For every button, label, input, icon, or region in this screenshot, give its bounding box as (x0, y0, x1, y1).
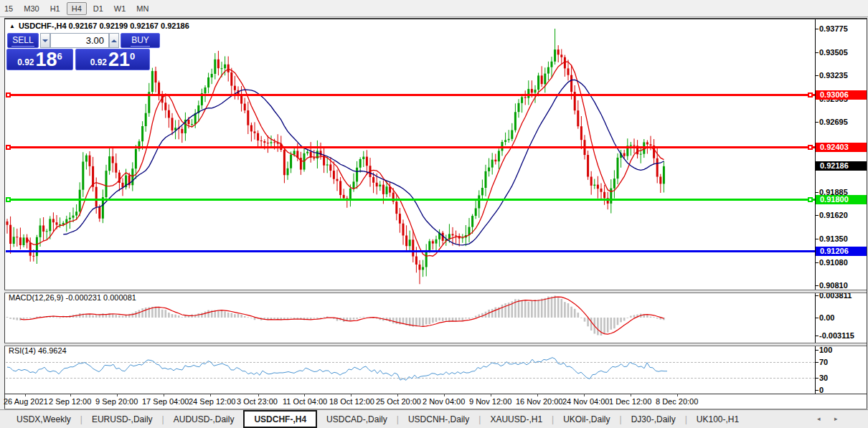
arrow-up-icon (111, 39, 117, 42)
chart-tab-usdcnhdaily[interactable]: USDCNH-,Daily (399, 410, 478, 428)
time-axis-tick (491, 394, 491, 396)
price-tick-mark (815, 29, 819, 29)
window-border-right (867, 18, 867, 409)
volume-input[interactable]: 3.00 (50, 33, 109, 48)
volume-increase-button[interactable] (109, 33, 119, 48)
buy-price-button[interactable]: 0.92210 (75, 49, 150, 70)
chart-tab-eurusddaily[interactable]: EURUSD-,Daily (82, 410, 162, 428)
price-tick-mark (815, 192, 819, 193)
chart-tab-usdxweekly[interactable]: USDX,Weekly (7, 410, 80, 428)
time-axis-label: 1 Dec 12:00 (609, 397, 651, 406)
rsi-scale-label: 70 (819, 358, 828, 366)
level-marker-left[interactable] (6, 145, 11, 150)
macd-panel-splitter[interactable] (4, 290, 867, 293)
time-axis-label: 11 Oct 04:00 (283, 397, 327, 406)
tab-scroll-left-icon[interactable]: ◂ (817, 415, 821, 422)
timeframe-button-w1[interactable]: W1 (110, 3, 131, 14)
level-price-label: 0.91800 (816, 195, 867, 204)
level-marker-left[interactable] (6, 197, 11, 202)
chart-tab-dj30daily[interactable]: DJ30-,Daily (622, 410, 685, 428)
price-tick-mark (815, 285, 819, 286)
rsi-scale-label: 30 (819, 374, 828, 382)
price-tick-label: 0.93505 (819, 48, 848, 57)
price-tick-label: 0.93235 (819, 71, 848, 80)
price-tick-label: 0.90810 (819, 281, 848, 290)
price-tick-label: 0.93775 (819, 24, 848, 33)
level-marker-right[interactable] (808, 92, 813, 98)
macd-scale-label: 0.00 (819, 313, 834, 322)
macd-tick-mark (815, 295, 819, 296)
rsi-scale-label: 0 (819, 386, 824, 394)
timeframe-button-m30[interactable]: M30 (19, 3, 43, 14)
toolbar-separator (0, 16, 868, 17)
rsi-label: RSI(14) 46.9624 (9, 346, 67, 355)
level-line-0.92403[interactable] (6, 146, 815, 148)
level-line-0.91800[interactable] (6, 199, 815, 201)
time-axis-line[interactable] (4, 394, 867, 394)
time-axis-label: 9 Sep 20:00 (95, 397, 138, 406)
time-axis-tick (584, 394, 585, 396)
chart-tab-usdchfh4[interactable]: USDCHF-,H4 (243, 410, 317, 428)
level-marker-right[interactable] (808, 197, 813, 202)
timeframe-button-d1[interactable]: D1 (89, 3, 108, 14)
level-line-0.91206[interactable] (6, 250, 815, 252)
level-price-label: 0.93006 (816, 90, 867, 100)
sell-button[interactable]: SELL (7, 33, 39, 48)
buy-price-main: 21 (108, 49, 130, 70)
macd-label: MACD(12,26,9) -0.000231 0.000081 (9, 293, 136, 302)
level-line-0.93006[interactable] (6, 94, 815, 96)
sell-price-button[interactable]: 0.92186 (6, 49, 73, 70)
time-axis-tick (258, 394, 259, 396)
timeframe-button-15[interactable]: 15 (0, 3, 17, 14)
time-axis-label: 24 Nov 04:00 (562, 397, 609, 406)
time-axis-tick (164, 394, 164, 396)
time-axis-label: 9 Nov 12:00 (469, 397, 511, 406)
chart-title: ▲USDCHF-,H4 0.92167 0.92199 0.92167 0.92… (9, 22, 189, 30)
time-axis-label: 3 Oct 23:00 (237, 397, 278, 406)
time-axis-tick (117, 394, 118, 396)
mt4-terminal: 15M30H1H4D1W1MN ▲USDCHF-,H4 0.92167 0.92… (0, 0, 868, 428)
sell-price-pip: 6 (57, 51, 62, 62)
chart-tab-audusddaily[interactable]: AUDUSD-,Daily (164, 410, 244, 428)
volume-value: 3.00 (86, 35, 104, 46)
arrow-down-icon (42, 39, 48, 42)
macd-scale-label: -0.003115 (819, 331, 854, 340)
timeframe-button-h1[interactable]: H1 (46, 3, 65, 14)
chart-tab-xauusdh1[interactable]: XAUUSD-,H1 (481, 410, 552, 428)
collapse-icon[interactable]: ▲ (9, 23, 15, 29)
chart-tab-uk100h1[interactable]: UK100-,H1 (687, 410, 748, 428)
buy-button[interactable]: BUY (121, 33, 160, 48)
time-axis-label: 2 Sep 12:00 (49, 397, 91, 406)
rsi-panel-splitter[interactable] (4, 343, 867, 346)
time-axis-tick (351, 394, 352, 396)
time-axis-tick (70, 394, 71, 396)
macd-tick-mark (815, 318, 819, 318)
rsi-indicator-plot[interactable] (5, 345, 815, 394)
one-click-trading-panel: SELL 3.00 BUY 0.92186 0.92210 (6, 32, 161, 71)
price-tick-mark (815, 239, 819, 239)
level-marker-right[interactable] (808, 145, 813, 150)
time-axis-tick (631, 394, 631, 396)
timeframe-button-h4[interactable]: H4 (67, 2, 87, 15)
level-marker-left[interactable] (6, 92, 11, 98)
price-tick-label: 0.91080 (819, 258, 848, 267)
chart-tab-usdcaddaily[interactable]: USDCAD-,Daily (317, 410, 397, 428)
time-axis-label: 8 Dec 20:00 (656, 397, 698, 406)
rsi-tick-mark (815, 362, 819, 363)
tab-scroll-right-icon[interactable]: ▸ (834, 415, 838, 422)
chart-title-text: USDCHF-,H4 0.92167 0.92199 0.92167 0.921… (19, 22, 189, 30)
time-axis-tick (210, 394, 211, 396)
buy-price-prefix: 0.92 (90, 57, 107, 67)
sell-price-main: 18 (36, 49, 57, 70)
volume-decrease-button[interactable] (40, 33, 50, 48)
rsi-tick-mark (815, 378, 819, 379)
current-price-label: 0.92186 (816, 161, 867, 171)
time-axis-tick (397, 394, 398, 396)
tabbar-padding (0, 410, 7, 428)
sell-price-prefix: 0.92 (17, 57, 34, 67)
time-axis-label: 24 Sep 12:00 (189, 397, 235, 406)
time-axis-tick (444, 394, 445, 396)
buy-button-label: BUY (131, 35, 150, 47)
chart-tab-ukoildaily[interactable]: UKOil-,Daily (554, 410, 619, 428)
timeframe-button-mn[interactable]: MN (132, 3, 153, 14)
